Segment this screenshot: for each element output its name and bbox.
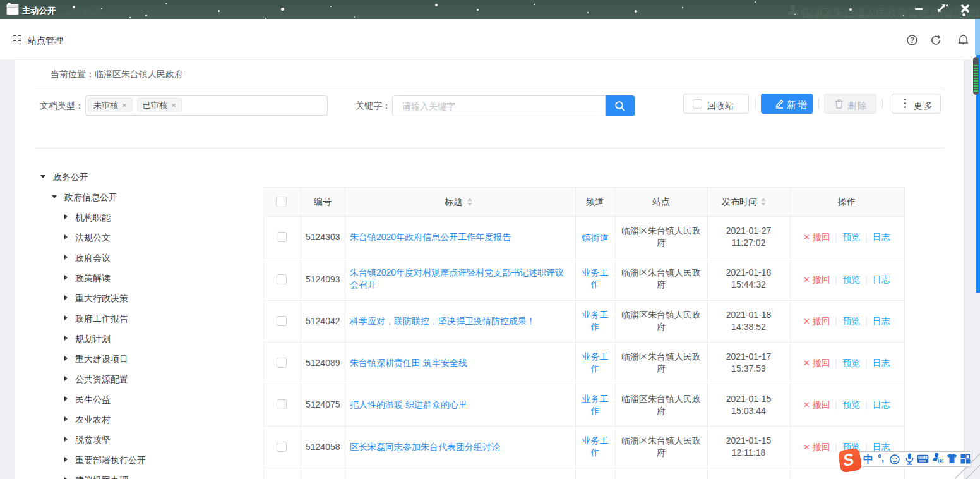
svg-text:19: 19 [938, 459, 943, 463]
